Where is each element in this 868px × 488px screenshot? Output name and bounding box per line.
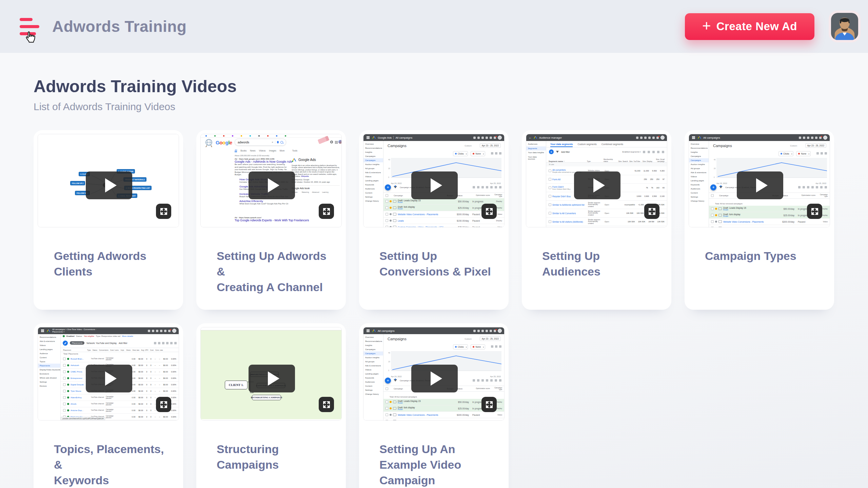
status-url: youtube.com/channel/UCn.upXGutPCGFhea7Qi… bbox=[61, 417, 105, 420]
list-item: Images bbox=[269, 149, 276, 152]
fullscreen-button[interactable] bbox=[156, 397, 171, 412]
video-card-structuring-campaigns[interactable]: CLIENT 1. AWARENESS CAMPAIGN CONVERSION … bbox=[196, 323, 346, 488]
avatar-photo bbox=[831, 13, 858, 40]
bottom-result: Ad · https://www.upwork.com/ Top Google … bbox=[235, 217, 292, 222]
books-title: Google Ads book bbox=[292, 185, 340, 189]
list-item: Ads & extensions bbox=[363, 170, 383, 175]
mini-tabs: Your data segmentsCustom segmentsCombine… bbox=[546, 141, 667, 147]
edit-pencil-icon bbox=[63, 341, 68, 346]
mini-row: Leads$150.00/dayPausedDisplay bbox=[383, 418, 504, 420]
list-item: Combined segments bbox=[601, 143, 623, 145]
fullscreen-button[interactable] bbox=[807, 204, 822, 219]
video-grid: 4. CLOSE 1. CLIENT AVATAR PROSPECT MATER… bbox=[34, 130, 834, 488]
expand-arrows-icon bbox=[322, 400, 331, 409]
play-button[interactable] bbox=[86, 365, 132, 392]
video-card-topics-placements-keywords[interactable]: All campaigns > One-Time Video - Convers… bbox=[34, 323, 183, 488]
main-content: Adwords Training Videos List of Adwords … bbox=[0, 53, 868, 488]
list-item: News bbox=[250, 149, 255, 152]
list-item: Size: YouTube bbox=[629, 161, 640, 163]
books-row: Ultimate Mastering Advanced Learning bbox=[292, 191, 340, 193]
video-thumbnail[interactable]: CLIENT 1. AWARENESS CAMPAIGN CONVERSION … bbox=[201, 327, 341, 420]
play-icon bbox=[105, 178, 117, 192]
list-item: Campaigns bbox=[363, 158, 383, 162]
none-chip: None bbox=[471, 151, 485, 156]
play-button[interactable] bbox=[249, 365, 295, 392]
mini-topbar: All campaigns > One-Time Video - Convers… bbox=[38, 327, 179, 334]
mini-sidebar: OverviewRecommendationsInsightsCampaigns… bbox=[363, 141, 383, 227]
list-item: Size: Gmail campaign bbox=[653, 159, 665, 162]
google-logo: Google bbox=[216, 140, 232, 145]
add-campaign-fab bbox=[385, 378, 391, 384]
video-thumbnail[interactable]: ← Audience manager AudiencesSegmentsYour… bbox=[526, 134, 667, 227]
mini-avatar bbox=[823, 136, 827, 140]
mini-row: Website Video Conversions - Placements$3… bbox=[383, 412, 504, 418]
list-item: Ad groups bbox=[689, 166, 709, 170]
in-use-label: In use bbox=[546, 163, 667, 166]
video-thumbnail[interactable]: All campaigns OverviewRecommendationsIns… bbox=[363, 327, 504, 420]
list-item: Ads & extensions bbox=[38, 339, 60, 343]
video-title: Setting Up An Example Video Campaign bbox=[379, 441, 494, 488]
play-button[interactable] bbox=[737, 171, 783, 199]
expand-arrows-icon bbox=[485, 400, 494, 409]
add-campaign-fab bbox=[385, 184, 391, 190]
app-header: Adwords Training + Create New Ad bbox=[0, 0, 868, 53]
video-card-setting-up-adwords[interactable]: Google adwords × AllBooksNewsVideosImage… bbox=[196, 130, 346, 310]
play-button[interactable] bbox=[574, 171, 620, 199]
video-card-conversions-pixel[interactable]: Google Ads All campaigns OverviewRecomme… bbox=[359, 130, 509, 310]
list-item: Change history bbox=[363, 392, 383, 396]
panel-body: Google Ads is an online advertising plat… bbox=[292, 164, 340, 177]
list-item: Keywords bbox=[363, 183, 383, 187]
mini-sidebar: RecommendationsAds & extensionsVideosLan… bbox=[38, 334, 61, 420]
video-card-setting-up-audiences[interactable]: ← Audience manager AudiencesSegmentsYour… bbox=[522, 130, 671, 310]
fullscreen-button[interactable] bbox=[319, 397, 334, 412]
user-avatar[interactable] bbox=[829, 11, 861, 42]
expand-arrows-icon bbox=[485, 207, 494, 216]
expand-arrows-icon bbox=[810, 207, 819, 216]
fullscreen-button[interactable] bbox=[644, 204, 659, 219]
list-item: Avg. CPV bbox=[141, 349, 149, 351]
video-thumbnail[interactable]: Google Ads All campaigns OverviewRecomme… bbox=[363, 134, 504, 227]
google-ads-logo bbox=[372, 136, 376, 139]
filter-funnel-icon bbox=[394, 379, 397, 382]
video-title: Getting Adwords Clients bbox=[54, 248, 169, 279]
create-new-ad-button[interactable]: + Create New Ad bbox=[685, 13, 814, 40]
list-item: Conversions bbox=[99, 349, 108, 351]
google-ads-logo bbox=[372, 329, 376, 332]
play-button[interactable] bbox=[411, 171, 458, 199]
fullscreen-button[interactable] bbox=[319, 204, 334, 219]
list-item: Your data insights bbox=[526, 150, 546, 155]
video-thumbnail[interactable]: Google adwords × AllBooksNewsVideosImage… bbox=[201, 134, 341, 227]
play-button[interactable] bbox=[86, 171, 132, 199]
result-link: Google Ads - AdWords is Now Google Ads bbox=[235, 160, 288, 163]
list-item: Content bbox=[38, 355, 60, 360]
fullscreen-button[interactable] bbox=[156, 204, 171, 219]
app-header-title: Adwords Training bbox=[52, 17, 186, 36]
play-icon bbox=[431, 371, 442, 386]
mini-avatar bbox=[498, 329, 502, 333]
search-tabs: AllBooksNewsVideosImagesMore bbox=[235, 149, 284, 152]
add-segment-fab bbox=[549, 149, 554, 154]
list-item: Audiences bbox=[363, 380, 383, 384]
filter-funnel-icon bbox=[719, 186, 723, 188]
video-thumbnail[interactable]: 4. CLOSE 1. CLIENT AVATAR PROSPECT MATER… bbox=[38, 134, 179, 227]
apps-grid-icon bbox=[335, 141, 336, 142]
list-item: Auction insights bbox=[363, 162, 383, 166]
video-card-example-video-campaign[interactable]: All campaigns OverviewRecommendationsIns… bbox=[359, 323, 509, 488]
video-thumbnail[interactable]: All campaigns OverviewRecommendationsIns… bbox=[689, 134, 830, 227]
play-button[interactable] bbox=[249, 171, 295, 199]
fullscreen-button[interactable] bbox=[481, 204, 497, 219]
none-chip: None bbox=[796, 151, 811, 156]
video-card-getting-adwords-clients[interactable]: 4. CLOSE 1. CLIENT AVATAR PROSPECT MATER… bbox=[34, 130, 183, 310]
menu-icon bbox=[367, 330, 370, 331]
mouse-cursor-icon bbox=[24, 30, 37, 47]
fullscreen-button[interactable] bbox=[481, 397, 497, 412]
play-button[interactable] bbox=[411, 365, 458, 392]
list-item: Recommendations bbox=[363, 339, 383, 343]
list-item: Settings bbox=[363, 388, 383, 392]
list-item: Impr. bbox=[121, 349, 124, 351]
video-thumbnail[interactable]: All campaigns > One-Time Video - Convers… bbox=[38, 327, 179, 420]
list-item: Campaigns bbox=[689, 154, 709, 158]
google-avatar bbox=[338, 140, 341, 144]
video-card-campaign-types[interactable]: All campaigns OverviewRecommendationsIns… bbox=[685, 130, 834, 310]
list-item: Overview bbox=[363, 142, 383, 146]
